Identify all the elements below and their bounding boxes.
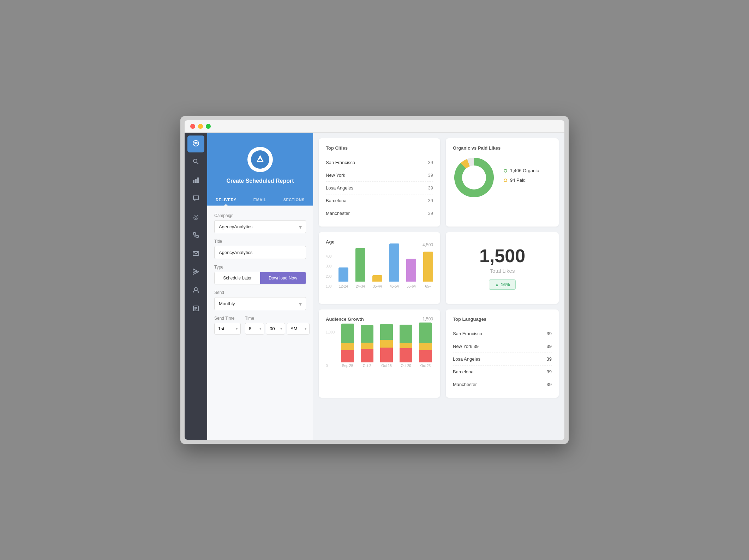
sidebar-item-mentions[interactable]: @ [187,209,204,226]
sidebar-item-tasks[interactable] [187,301,204,318]
growth-chart-container: 1,000 0 Sep 25 [326,330,433,376]
bar-group-0: 12-24 [338,267,348,288]
bar-label-2: 35-44 [373,284,382,288]
tab-delivery[interactable]: DELIVERY [211,194,241,205]
stacked-1: Oct 2 [359,325,374,368]
email-icon [193,250,199,258]
time-label: Time [245,316,310,321]
sidebar-item-send[interactable] [187,264,204,281]
bar-3 [389,243,399,282]
seg-green-0 [341,324,354,343]
legend-paid: 94 Paid [504,177,539,183]
tab-sections[interactable]: SECTIONS [279,194,309,205]
campaign-select[interactable]: AgencyAnalytics [214,220,306,233]
total-likes-label: Total Likes [490,268,515,274]
seg-red-3 [400,348,412,362]
growth-title: Audience Growth [326,317,364,322]
svg-point-8 [194,288,197,290]
send-time-select[interactable]: 1st 2nd 3rd [214,323,241,335]
lang-count-1: 39 [547,344,552,349]
bar-label-1: 24-34 [356,284,365,288]
stacked-4: Oct 23 [418,323,433,368]
stacked-3: Oct 20 [399,325,414,368]
time-inputs: 8 00 AM PM [245,323,310,335]
mention-icon: @ [193,214,199,221]
stacked-label-2: Oct 15 [381,364,391,368]
minute-select-wrapper: 00 [266,323,285,335]
minute-select[interactable]: 00 [266,323,285,335]
y-1000: 1,000 [326,330,335,334]
lang-count-2: 39 [547,356,552,362]
schedule-later-button[interactable]: Schedule Later [215,272,260,284]
maximize-button[interactable] [206,124,211,129]
send-icon [193,269,199,277]
lang-name-3: Barcelona [453,369,474,374]
stacked-bar-3 [400,325,412,362]
period-select[interactable]: AM PM [287,323,310,335]
organic-paid-card: Organic vs Paid Likes 1,406 Organic [446,138,559,227]
paid-dot [504,179,507,182]
bar-label-4: 55-64 [407,284,416,288]
bar-group-1: 24-34 [355,248,365,288]
tab-email[interactable]: EMAIL [249,194,271,205]
stacked-label-4: Oct 23 [420,364,431,368]
sidebar-item-analytics[interactable] [187,172,204,189]
send-select[interactable]: Monthly [214,297,306,310]
seg-yellow-0 [341,343,354,350]
svg-rect-5 [195,179,197,183]
bar-group-4: 55-64 [406,259,416,288]
logo-inner [251,150,269,169]
send-field: Send Monthly [214,290,306,310]
city-name-2: Losa Angeles [326,185,353,191]
seg-yellow-3 [400,343,412,348]
stacked-label-3: Oct 20 [401,364,411,368]
city-name-1: New York [326,173,345,178]
download-now-button[interactable]: Download Now [260,272,306,284]
panel-header: Create Scheduled Report [207,133,313,191]
sidebar-item-dashboard[interactable] [187,136,204,152]
sidebar-item-users[interactable] [187,282,204,299]
age-card: Age 4,500 400 300 200 100 [319,232,440,304]
lang-count-4: 39 [547,382,552,387]
left-panel: Create Scheduled Report DELIVERY EMAIL S… [207,133,313,440]
svg-rect-4 [193,180,194,183]
donut-chart [453,156,495,199]
city-row-3: Barcelona 39 [326,194,433,207]
city-name-4: Manchester [326,211,350,216]
lang-name-2: Losa Angeles [453,356,480,362]
city-count-2: 39 [428,185,433,191]
form-area: Campaign AgencyAnalytics Title Type Sche… [207,206,313,440]
sidebar: @ [185,133,207,440]
city-count-0: 39 [428,160,433,165]
bar-0 [338,267,348,282]
audience-growth-card: Audience Growth 1,500 1,000 0 [319,309,440,398]
city-row-4: Manchester 39 [326,207,433,219]
stacked-label-0: Sep 25 [342,364,353,368]
top-cities-title: Top Cities [326,145,433,151]
age-chart-container: 400 300 200 100 12-24 24-34 [326,254,433,297]
bar-chart: 12-24 24-34 35-44 45-54 [326,254,433,297]
seg-green-4 [419,323,432,343]
lang-count-3: 39 [547,369,552,374]
seg-red-0 [341,350,354,362]
sidebar-item-phone[interactable] [187,227,204,244]
minimize-button[interactable] [198,124,203,129]
stacked-label-1: Oct 2 [363,364,371,368]
app-body: @ [185,133,564,440]
sidebar-item-chat[interactable] [187,191,204,207]
seg-green-3 [400,325,412,343]
stacked-bar-1 [361,325,373,362]
close-button[interactable] [190,124,195,129]
period-select-wrapper: AM PM [287,323,310,335]
stacked-bar-2 [380,324,393,362]
sidebar-item-search[interactable] [187,154,204,171]
city-row-2: Losa Angeles 39 [326,182,433,194]
bar-label-3: 45-54 [390,284,399,288]
title-input[interactable] [214,246,306,259]
hour-select[interactable]: 8 [245,323,264,335]
lang-name-0: San Francisco [453,331,482,336]
sidebar-item-email[interactable] [187,246,204,263]
search-icon [193,158,199,167]
svg-point-1 [195,143,197,144]
type-toggle-group: Schedule Later Download Now [214,272,306,284]
